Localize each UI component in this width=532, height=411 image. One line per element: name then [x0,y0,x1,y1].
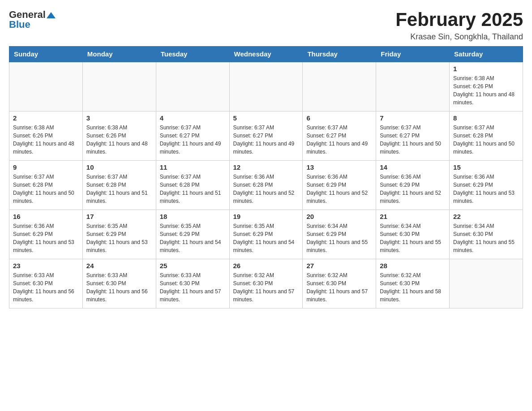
day-number: 21 [380,213,446,220]
day-number: 28 [380,262,446,270]
col-header-monday: Monday [82,47,156,62]
day-info: Sunrise: 6:37 AM Sunset: 6:28 PM Dayligh… [86,173,152,205]
logo-blue-text: Blue [9,19,30,30]
day-number: 24 [86,262,152,270]
col-header-friday: Friday [376,47,450,62]
day-info: Sunrise: 6:36 AM Sunset: 6:29 PM Dayligh… [453,173,519,205]
calendar-cell [450,259,523,308]
calendar-week-row: 2Sunrise: 6:38 AM Sunset: 6:26 PM Daylig… [9,111,523,160]
day-info: Sunrise: 6:32 AM Sunset: 6:30 PM Dayligh… [306,271,372,304]
day-info: Sunrise: 6:38 AM Sunset: 6:26 PM Dayligh… [453,74,519,107]
day-number: 2 [13,114,79,122]
logo-triangle-icon [47,12,56,18]
calendar-cell: 9Sunrise: 6:37 AM Sunset: 6:28 PM Daylig… [9,160,83,210]
day-info: Sunrise: 6:37 AM Sunset: 6:27 PM Dayligh… [160,124,226,156]
calendar-cell: 27Sunrise: 6:32 AM Sunset: 6:30 PM Dayli… [303,259,376,308]
col-header-sunday: Sunday [9,47,83,62]
day-number: 8 [453,114,519,122]
calendar-cell: 17Sunrise: 6:35 AM Sunset: 6:29 PM Dayli… [82,210,156,259]
calendar-table: SundayMondayTuesdayWednesdayThursdayFrid… [9,46,523,308]
page-header: General Blue February 2025 Krasae Sin, S… [9,9,523,42]
col-header-tuesday: Tuesday [156,47,229,62]
calendar-cell: 23Sunrise: 6:33 AM Sunset: 6:30 PM Dayli… [9,259,83,308]
day-info: Sunrise: 6:34 AM Sunset: 6:29 PM Dayligh… [306,222,372,254]
col-header-saturday: Saturday [450,47,523,62]
day-info: Sunrise: 6:33 AM Sunset: 6:30 PM Dayligh… [13,271,79,304]
calendar-week-row: 23Sunrise: 6:33 AM Sunset: 6:30 PM Dayli… [9,259,523,308]
day-number: 4 [160,114,226,122]
day-number: 11 [160,163,226,171]
day-number: 20 [306,213,372,220]
calendar-cell: 2Sunrise: 6:38 AM Sunset: 6:26 PM Daylig… [9,111,83,160]
day-number: 23 [13,262,79,270]
logo: General Blue [9,9,56,30]
day-number: 9 [13,163,79,171]
day-info: Sunrise: 6:38 AM Sunset: 6:26 PM Dayligh… [86,124,152,156]
calendar-cell: 24Sunrise: 6:33 AM Sunset: 6:30 PM Dayli… [82,259,156,308]
day-number: 7 [380,114,446,122]
day-info: Sunrise: 6:37 AM Sunset: 6:27 PM Dayligh… [380,124,446,156]
day-info: Sunrise: 6:37 AM Sunset: 6:28 PM Dayligh… [160,173,226,205]
day-number: 13 [306,163,372,171]
day-number: 3 [86,114,152,122]
calendar-cell: 26Sunrise: 6:32 AM Sunset: 6:30 PM Dayli… [229,259,303,308]
day-info: Sunrise: 6:34 AM Sunset: 6:30 PM Dayligh… [453,222,519,254]
calendar-cell: 3Sunrise: 6:38 AM Sunset: 6:26 PM Daylig… [82,111,156,160]
location-text: Krasae Sin, Songkhla, Thailand [395,32,523,42]
day-number: 17 [86,213,152,220]
day-info: Sunrise: 6:32 AM Sunset: 6:30 PM Dayligh… [233,271,299,304]
calendar-cell: 25Sunrise: 6:33 AM Sunset: 6:30 PM Dayli… [156,259,229,308]
title-area: February 2025 Krasae Sin, Songkhla, Thai… [395,9,523,42]
day-number: 6 [306,114,372,122]
day-number: 12 [233,163,299,171]
day-info: Sunrise: 6:33 AM Sunset: 6:30 PM Dayligh… [86,271,152,304]
day-number: 27 [306,262,372,270]
calendar-cell: 13Sunrise: 6:36 AM Sunset: 6:29 PM Dayli… [303,160,376,210]
day-info: Sunrise: 6:37 AM Sunset: 6:27 PM Dayligh… [306,124,372,156]
calendar-cell [376,62,450,111]
day-info: Sunrise: 6:36 AM Sunset: 6:29 PM Dayligh… [13,222,79,254]
day-info: Sunrise: 6:37 AM Sunset: 6:28 PM Dayligh… [13,173,79,205]
calendar-cell [303,62,376,111]
day-number: 25 [160,262,226,270]
day-info: Sunrise: 6:35 AM Sunset: 6:29 PM Dayligh… [160,222,226,254]
calendar-cell: 11Sunrise: 6:37 AM Sunset: 6:28 PM Dayli… [156,160,229,210]
calendar-cell: 20Sunrise: 6:34 AM Sunset: 6:29 PM Dayli… [303,210,376,259]
calendar-cell: 14Sunrise: 6:36 AM Sunset: 6:29 PM Dayli… [376,160,450,210]
calendar-cell: 19Sunrise: 6:35 AM Sunset: 6:29 PM Dayli… [229,210,303,259]
col-header-wednesday: Wednesday [229,47,303,62]
calendar-cell [9,62,83,111]
calendar-cell [156,62,229,111]
calendar-cell: 1Sunrise: 6:38 AM Sunset: 6:26 PM Daylig… [450,62,523,111]
calendar-cell: 16Sunrise: 6:36 AM Sunset: 6:29 PM Dayli… [9,210,83,259]
day-number: 18 [160,213,226,220]
day-info: Sunrise: 6:37 AM Sunset: 6:28 PM Dayligh… [453,124,519,156]
calendar-cell: 8Sunrise: 6:37 AM Sunset: 6:28 PM Daylig… [450,111,523,160]
calendar-cell: 4Sunrise: 6:37 AM Sunset: 6:27 PM Daylig… [156,111,229,160]
calendar-cell: 10Sunrise: 6:37 AM Sunset: 6:28 PM Dayli… [82,160,156,210]
calendar-cell: 18Sunrise: 6:35 AM Sunset: 6:29 PM Dayli… [156,210,229,259]
day-info: Sunrise: 6:37 AM Sunset: 6:27 PM Dayligh… [233,124,299,156]
day-number: 16 [13,213,79,220]
day-info: Sunrise: 6:32 AM Sunset: 6:30 PM Dayligh… [380,271,446,304]
calendar-cell: 21Sunrise: 6:34 AM Sunset: 6:30 PM Dayli… [376,210,450,259]
day-number: 22 [453,213,519,220]
col-header-thursday: Thursday [303,47,376,62]
day-info: Sunrise: 6:33 AM Sunset: 6:30 PM Dayligh… [160,271,226,304]
calendar-cell: 6Sunrise: 6:37 AM Sunset: 6:27 PM Daylig… [303,111,376,160]
calendar-cell [229,62,303,111]
calendar-cell: 28Sunrise: 6:32 AM Sunset: 6:30 PM Dayli… [376,259,450,308]
day-info: Sunrise: 6:36 AM Sunset: 6:29 PM Dayligh… [380,173,446,205]
calendar-header-row: SundayMondayTuesdayWednesdayThursdayFrid… [9,47,523,62]
day-number: 1 [453,65,519,73]
day-info: Sunrise: 6:36 AM Sunset: 6:28 PM Dayligh… [233,173,299,205]
day-number: 5 [233,114,299,122]
month-title: February 2025 [395,9,523,30]
day-info: Sunrise: 6:36 AM Sunset: 6:29 PM Dayligh… [306,173,372,205]
day-info: Sunrise: 6:38 AM Sunset: 6:26 PM Dayligh… [13,124,79,156]
day-number: 15 [453,163,519,171]
calendar-week-row: 16Sunrise: 6:36 AM Sunset: 6:29 PM Dayli… [9,210,523,259]
calendar-cell: 15Sunrise: 6:36 AM Sunset: 6:29 PM Dayli… [450,160,523,210]
calendar-cell: 7Sunrise: 6:37 AM Sunset: 6:27 PM Daylig… [376,111,450,160]
calendar-cell: 12Sunrise: 6:36 AM Sunset: 6:28 PM Dayli… [229,160,303,210]
